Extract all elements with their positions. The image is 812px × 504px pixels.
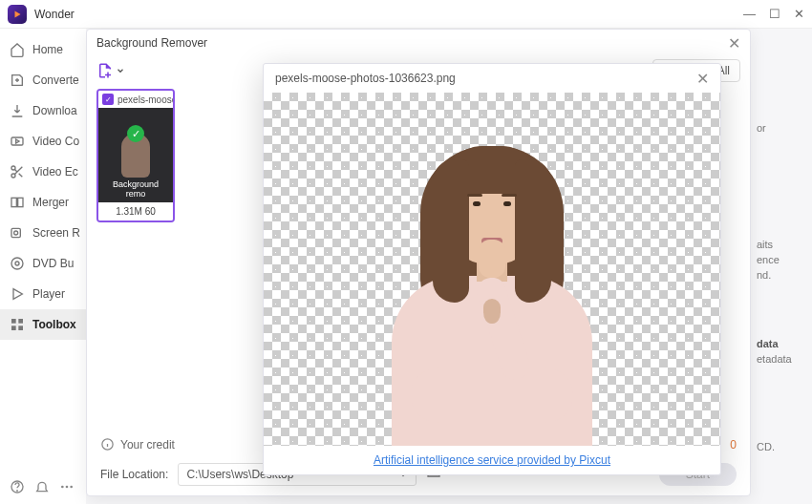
close-icon[interactable]: ✕ xyxy=(794,7,804,21)
panel-close-icon[interactable]: ✕ xyxy=(728,34,740,52)
thumbnail-image: ✓ Background remo xyxy=(98,108,173,202)
svg-point-8 xyxy=(15,262,19,265)
svg-rect-12 xyxy=(11,326,16,330)
pixcut-link[interactable]: Artificial intelligence service provided… xyxy=(374,453,610,467)
merge-icon xyxy=(10,195,25,210)
svg-rect-10 xyxy=(11,319,16,324)
thumbnail-filename: pexels-moose xyxy=(118,94,173,105)
svg-rect-11 xyxy=(18,319,23,324)
svg-rect-0 xyxy=(11,137,23,145)
svg-point-17 xyxy=(66,486,69,489)
sidebar-item-player[interactable]: Player xyxy=(0,279,86,309)
thumbnail-card[interactable]: ✓ pexels-moose ✓ Background remo 1.31M 6… xyxy=(96,89,175,222)
disc-icon xyxy=(10,256,25,271)
play-icon xyxy=(10,286,25,302)
checkbox-icon[interactable]: ✓ xyxy=(102,94,114,105)
sidebar-label: Toolbox xyxy=(32,318,76,331)
sidebar-label: Merger xyxy=(32,196,69,209)
sidebar: Home Converte Downloa Video Co Video Ec … xyxy=(0,29,86,504)
svg-rect-13 xyxy=(18,326,23,330)
scissors-icon xyxy=(10,164,25,179)
sidebar-item-converter[interactable]: Converte xyxy=(0,65,86,95)
sidebar-item-dvd-burner[interactable]: DVD Bu xyxy=(0,248,86,279)
svg-point-1 xyxy=(11,166,15,170)
add-file-icon xyxy=(96,62,114,79)
sidebar-label: Player xyxy=(32,287,65,301)
sidebar-label: Converte xyxy=(32,74,79,87)
sidebar-item-home[interactable]: Home xyxy=(0,34,86,65)
success-badge-icon: ✓ xyxy=(127,125,144,142)
more-icon[interactable] xyxy=(59,479,75,494)
svg-rect-5 xyxy=(11,228,20,237)
window-controls: — ☐ ✕ xyxy=(743,7,804,21)
add-file-button[interactable] xyxy=(96,62,125,79)
thumbnail-status: Background remo xyxy=(102,179,169,199)
convert-icon xyxy=(10,73,25,88)
maximize-icon[interactable]: ☐ xyxy=(769,7,780,21)
svg-point-7 xyxy=(11,258,23,269)
sidebar-item-video-editor[interactable]: Video Ec xyxy=(0,157,86,187)
download-icon xyxy=(10,103,25,118)
grid-icon xyxy=(10,317,25,332)
titlebar: Wonder — ☐ ✕ xyxy=(0,0,812,29)
thumbnail-size: 1.31M 60 xyxy=(98,202,173,220)
video-icon xyxy=(10,134,25,149)
credit-count: 0 xyxy=(730,438,737,452)
info-icon xyxy=(100,437,115,452)
app-logo xyxy=(8,5,27,24)
preview-filename: pexels-moose-photos-1036623.png xyxy=(275,72,456,85)
svg-point-16 xyxy=(61,486,64,489)
svg-marker-9 xyxy=(13,289,22,300)
svg-point-6 xyxy=(14,231,18,235)
credit-label: Your credit xyxy=(120,438,175,452)
sidebar-label: Screen R xyxy=(32,226,80,240)
home-icon xyxy=(10,42,25,57)
preview-close-icon[interactable]: ✕ xyxy=(696,70,709,88)
help-icon[interactable] xyxy=(10,479,25,494)
sidebar-item-merger[interactable]: Merger xyxy=(0,187,86,218)
sidebar-label: DVD Bu xyxy=(32,257,74,270)
minimize-icon[interactable]: — xyxy=(743,7,756,21)
sidebar-item-video-compress[interactable]: Video Co xyxy=(0,126,86,157)
svg-point-2 xyxy=(11,174,15,178)
sidebar-item-screen-recorder[interactable]: Screen R xyxy=(0,218,86,248)
record-icon xyxy=(10,225,25,241)
sidebar-label: Video Ec xyxy=(32,165,78,178)
background-text-strip: or aits ence nd. data etadata CD. xyxy=(751,29,812,504)
file-location-label: File Location: xyxy=(100,468,168,481)
preview-dialog: pexels-moose-photos-1036623.png ✕ xyxy=(263,63,721,475)
sidebar-label: Video Co xyxy=(32,135,79,148)
sidebar-item-downloader[interactable]: Downloa xyxy=(0,95,86,126)
sidebar-label: Downloa xyxy=(32,104,77,117)
sidebar-bottom xyxy=(0,470,86,504)
chevron-down-icon xyxy=(116,66,125,75)
sidebar-item-toolbox[interactable]: Toolbox xyxy=(0,309,86,340)
svg-point-18 xyxy=(70,486,73,489)
sidebar-label: Home xyxy=(32,43,63,56)
svg-point-15 xyxy=(17,491,18,492)
svg-rect-3 xyxy=(11,198,16,206)
app-name: Wonder xyxy=(34,8,75,21)
svg-rect-4 xyxy=(18,198,23,206)
panel-title: Background Remover xyxy=(96,36,207,50)
bell-icon[interactable] xyxy=(34,479,50,494)
preview-image xyxy=(264,93,720,446)
